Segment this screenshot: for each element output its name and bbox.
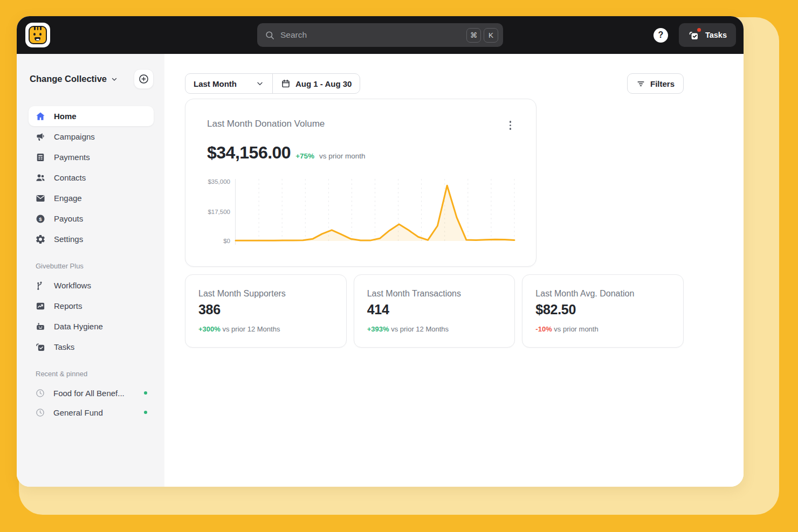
y-tick: $0	[223, 238, 230, 244]
notification-dot	[697, 28, 701, 32]
period-label: Last Month	[194, 79, 237, 88]
topbar-actions: ? Tasks	[653, 23, 736, 47]
sidebar-item-payments[interactable]: Payments	[29, 147, 154, 167]
section-label-givebutter-plus: Givebutter Plus	[36, 262, 154, 270]
chart-icon	[35, 301, 46, 312]
card-title: Last Month Donation Volume	[207, 119, 325, 129]
sidebar-item-reports[interactable]: Reports	[29, 296, 154, 316]
clock-icon	[35, 388, 45, 398]
top-bar: ⌘ K ? Tasks	[17, 16, 744, 54]
stat-value: 386	[198, 302, 333, 317]
sidebar-item-campaigns[interactable]: Campaigns	[29, 127, 154, 147]
plus-circle-icon	[138, 73, 149, 85]
stat-delta: +393%	[367, 325, 389, 333]
svg-text:$: $	[39, 216, 42, 222]
filters-button[interactable]: Filters	[627, 73, 684, 94]
search-input[interactable]	[280, 30, 464, 40]
stat-value: 414	[367, 302, 502, 317]
search-icon	[265, 30, 275, 40]
sidebar-item-engage[interactable]: Engage	[29, 188, 154, 208]
dollar-circle-icon: $	[35, 213, 46, 224]
recent-item-general-fund[interactable]: General Fund	[29, 403, 154, 422]
chevron-down-icon	[111, 75, 118, 83]
sidebar-item-label: Campaigns	[54, 132, 95, 141]
k-key: K	[484, 28, 498, 43]
tasks-button-label: Tasks	[705, 31, 727, 39]
y-tick: $35,000	[208, 178, 230, 185]
stat-delta-suffix: vs prior month	[554, 325, 598, 333]
kebab-menu-icon[interactable]	[506, 119, 515, 132]
recent-item-food-for-all[interactable]: Food for All Benef...	[29, 383, 154, 403]
stat-title: Last Month Avg. Donation	[535, 289, 670, 299]
chevron-down-icon	[256, 79, 264, 88]
sidebar-item-data-hygiene[interactable]: Data Hygiene	[29, 316, 154, 336]
app-window: ⌘ K ? Tasks Chang	[17, 16, 744, 487]
date-range-button[interactable]: Aug 1 - Aug 30	[273, 74, 360, 93]
toolbar: Last Month Aug 1 - Aug 30 Filters	[185, 73, 684, 94]
org-name: Change Collective	[30, 74, 107, 84]
stat-delta-suffix: vs prior 12 Months	[222, 325, 280, 333]
donation-chart: $35,000 $17,500 $0	[207, 179, 514, 245]
stat-delta-suffix: vs prior 12 Months	[391, 325, 449, 333]
sidebar-item-payouts[interactable]: $ Payouts	[29, 209, 154, 229]
stat-card-supporters: Last Month Supporters 386 +300% vs prior…	[185, 274, 347, 348]
envelope-icon	[35, 193, 46, 204]
status-dot	[144, 411, 147, 414]
sidebar-item-label: Reports	[54, 301, 82, 310]
chart-y-axis: $35,000 $17,500 $0	[207, 179, 235, 245]
stat-delta: +300%	[198, 325, 221, 333]
stat-card-avg-donation: Last Month Avg. Donation $82.50 -10% vs …	[522, 274, 684, 348]
butter-face-icon	[29, 26, 47, 44]
donation-delta: +75%	[295, 152, 314, 160]
sidebar: Change Collective Home Campaigns	[17, 54, 164, 487]
search-bar[interactable]: ⌘ K	[257, 23, 503, 47]
cash-register-icon	[35, 152, 46, 163]
branch-icon	[35, 280, 46, 291]
toaster-icon	[35, 321, 46, 332]
date-range-label: Aug 1 - Aug 30	[295, 79, 352, 88]
donation-line-chart	[236, 179, 514, 245]
stat-delta: -10%	[535, 325, 552, 333]
sidebar-item-contacts[interactable]: Contacts	[29, 168, 154, 188]
period-select[interactable]: Last Month	[185, 74, 273, 93]
people-icon	[35, 172, 46, 183]
megaphone-icon	[35, 132, 46, 142]
tasks-button[interactable]: Tasks	[679, 23, 736, 47]
cmd-key: ⌘	[466, 28, 481, 43]
sidebar-item-tasks[interactable]: Tasks	[29, 337, 154, 357]
sidebar-item-settings[interactable]: Settings	[29, 229, 154, 249]
section-label-recent-pinned: Recent & pinned	[36, 370, 154, 378]
sidebar-item-label: Tasks	[54, 342, 74, 351]
org-switcher[interactable]: Change Collective	[30, 74, 118, 84]
stat-title: Last Month Transactions	[367, 289, 502, 299]
sidebar-item-workflows[interactable]: Workflows	[29, 275, 154, 295]
stat-value: $82.50	[535, 302, 670, 317]
task-check-icon	[688, 30, 699, 41]
givebutter-logo[interactable]	[25, 23, 50, 47]
filter-icon	[636, 79, 645, 88]
stat-title: Last Month Supporters	[198, 289, 333, 299]
sidebar-item-label: Home	[54, 112, 77, 121]
add-campaign-button[interactable]	[134, 69, 154, 89]
donation-volume-card: Last Month Donation Volume $34,156.00 +7…	[185, 99, 536, 267]
gear-icon	[35, 234, 46, 245]
sidebar-item-label: Data Hygiene	[54, 322, 103, 331]
clock-icon	[35, 407, 45, 418]
filters-label: Filters	[650, 79, 675, 88]
calendar-icon	[281, 79, 291, 88]
sidebar-item-label: Settings	[54, 234, 83, 244]
chart-plot-area	[235, 179, 514, 245]
sidebar-item-label: Engage	[54, 194, 82, 203]
donation-total-value: $34,156.00	[207, 143, 291, 163]
recent-item-label: Food for All Benef...	[53, 389, 125, 398]
home-icon	[35, 111, 46, 122]
stat-card-transactions: Last Month Transactions 414 +393% vs pri…	[354, 274, 515, 348]
donation-delta-suffix: vs prior month	[319, 152, 366, 160]
sidebar-item-label: Payouts	[54, 214, 83, 223]
sidebar-item-label: Workflows	[54, 281, 91, 290]
recent-item-label: General Fund	[53, 408, 103, 417]
help-icon[interactable]: ?	[653, 28, 668, 43]
sidebar-item-home[interactable]: Home	[29, 106, 154, 126]
main-content: Last Month Aug 1 - Aug 30 Filters Last M	[164, 54, 744, 487]
date-range-control: Last Month Aug 1 - Aug 30	[185, 73, 360, 94]
